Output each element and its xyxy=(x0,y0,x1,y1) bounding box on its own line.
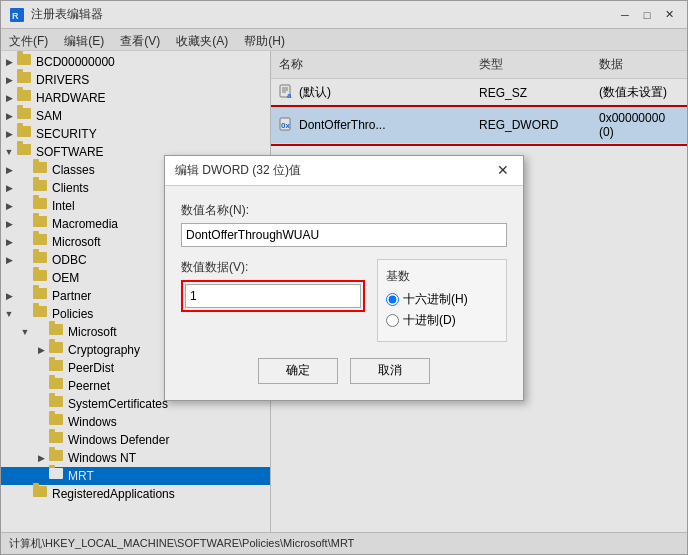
value-area: 数值数据(V): xyxy=(181,259,365,342)
radix-area: 基数 十六进制(H) 十进制(D) xyxy=(377,259,507,342)
name-field-label: 数值名称(N): xyxy=(181,202,507,219)
hex-label[interactable]: 十六进制(H) xyxy=(403,291,468,308)
dec-label[interactable]: 十进制(D) xyxy=(403,312,456,329)
value-input[interactable] xyxy=(185,284,361,308)
dec-radio[interactable] xyxy=(386,314,399,327)
value-input-wrap xyxy=(181,280,365,312)
value-radix-row: 数值数据(V): 基数 十六进制(H) 十进制(D) xyxy=(181,259,507,342)
value-field-label: 数值数据(V): xyxy=(181,259,365,276)
name-input[interactable] xyxy=(181,223,507,247)
edit-dword-dialog: 编辑 DWORD (32 位)值 ✕ 数值名称(N): 数值数据(V): xyxy=(164,155,524,401)
dialog-title: 编辑 DWORD (32 位)值 xyxy=(175,162,301,179)
dialog-overlay: 编辑 DWORD (32 位)值 ✕ 数值名称(N): 数值数据(V): xyxy=(1,1,687,554)
dialog-title-bar: 编辑 DWORD (32 位)值 ✕ xyxy=(165,156,523,186)
radio-dec-row: 十进制(D) xyxy=(386,312,498,329)
dialog-close-button[interactable]: ✕ xyxy=(493,160,513,180)
registry-editor-window: R 注册表编辑器 ─ □ ✕ 文件(F) 编辑(E) 查看(V) 收藏夹(A) … xyxy=(0,0,688,555)
hex-radio[interactable] xyxy=(386,293,399,306)
dialog-body: 数值名称(N): 数值数据(V): 基数 十六进制(H) xyxy=(165,186,523,400)
ok-button[interactable]: 确定 xyxy=(258,358,338,384)
radix-title: 基数 xyxy=(386,268,498,285)
cancel-button[interactable]: 取消 xyxy=(350,358,430,384)
dialog-buttons: 确定 取消 xyxy=(181,358,507,384)
radio-hex-row: 十六进制(H) xyxy=(386,291,498,308)
